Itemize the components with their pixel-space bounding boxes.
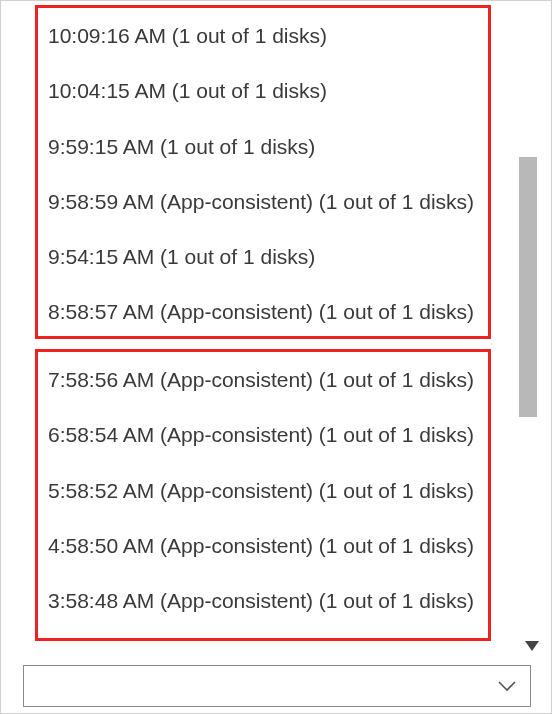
chevron-down-icon bbox=[498, 680, 516, 692]
recovery-point-item[interactable]: 8:58:57 AM (App-consistent) (1 out of 1 … bbox=[38, 284, 488, 339]
recovery-points-group-recent: 10:09:16 AM (1 out of 1 disks) 10:04:15 … bbox=[35, 5, 491, 339]
recovery-point-item[interactable]: 6:58:54 AM (App-consistent) (1 out of 1 … bbox=[38, 407, 488, 462]
recovery-point-item[interactable]: 9:58:59 AM (App-consistent) (1 out of 1 … bbox=[38, 174, 488, 229]
scrollbar-thumb[interactable] bbox=[519, 157, 537, 417]
recovery-point-item[interactable]: 4:58:50 AM (App-consistent) (1 out of 1 … bbox=[38, 518, 488, 573]
recovery-point-item[interactable]: 5:58:52 AM (App-consistent) (1 out of 1 … bbox=[38, 463, 488, 518]
recovery-points-group-older: 7:58:56 AM (App-consistent) (1 out of 1 … bbox=[35, 349, 491, 641]
recovery-point-item[interactable]: 9:59:15 AM (1 out of 1 disks) bbox=[38, 119, 488, 174]
recovery-points-list: 10:09:16 AM (1 out of 1 disks) 10:04:15 … bbox=[1, 1, 491, 641]
recovery-point-item[interactable]: 10:04:15 AM (1 out of 1 disks) bbox=[38, 63, 488, 118]
recovery-point-item[interactable]: 10:09:16 AM (1 out of 1 disks) bbox=[38, 8, 488, 63]
svg-marker-0 bbox=[525, 641, 539, 651]
recovery-point-select[interactable] bbox=[23, 665, 531, 707]
chevron-down-icon bbox=[525, 641, 539, 651]
recovery-point-item[interactable]: 3:58:48 AM (App-consistent) (1 out of 1 … bbox=[38, 573, 488, 628]
recovery-point-item[interactable]: 9:54:15 AM (1 out of 1 disks) bbox=[38, 229, 488, 284]
scroll-down-button[interactable] bbox=[519, 635, 545, 657]
recovery-point-item[interactable]: 7:58:56 AM (App-consistent) (1 out of 1 … bbox=[38, 352, 488, 407]
recovery-point-item[interactable]: 2:58:46 AM (App-consistent) (1 out of 1 … bbox=[38, 628, 488, 641]
scrollbar-track[interactable] bbox=[519, 1, 545, 621]
